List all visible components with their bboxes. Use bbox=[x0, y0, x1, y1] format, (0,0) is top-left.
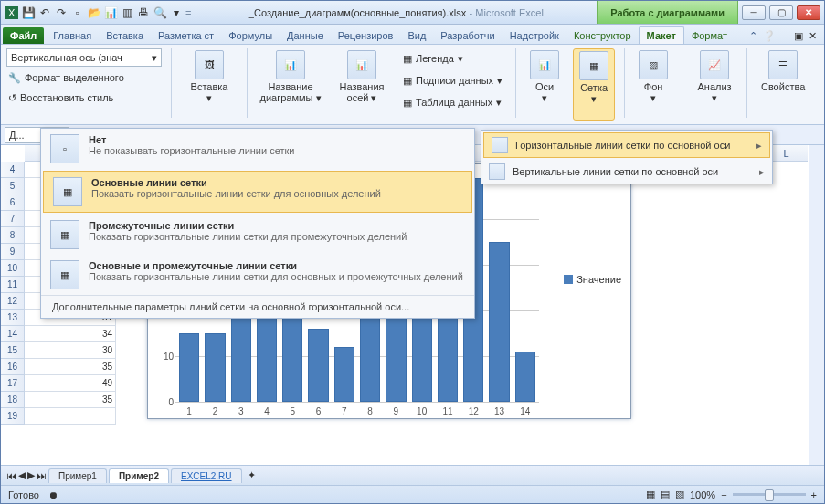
row-header[interactable]: 7 bbox=[1, 211, 24, 227]
data-labels-button[interactable]: ▦Подписи данных ▾ bbox=[399, 70, 506, 90]
sheet-nav-last[interactable]: ⏭ bbox=[37, 470, 47, 481]
axes-button[interactable]: 📊 Оси▾ bbox=[525, 48, 564, 121]
table-icon: ▦ bbox=[403, 97, 412, 109]
x-axis-labels: 1234567891011121314 bbox=[175, 406, 539, 416]
tab-layout[interactable]: Разметка ст bbox=[151, 27, 221, 44]
print-icon[interactable]: 🖶 bbox=[136, 5, 151, 20]
sheet-tab[interactable]: Пример2 bbox=[109, 468, 169, 483]
tab-insert[interactable]: Вставка bbox=[99, 27, 151, 44]
view-break-icon[interactable]: ▧ bbox=[675, 488, 684, 500]
menu-item-horizontal-gridlines[interactable]: Горизонтальные линии сетки по основной о… bbox=[483, 132, 770, 158]
row-header[interactable]: 4 bbox=[1, 162, 24, 178]
tab-formulas[interactable]: Формулы bbox=[221, 27, 280, 44]
reset-style-button[interactable]: ↺Восстановить стиль bbox=[6, 89, 162, 107]
zoom-slider[interactable] bbox=[733, 493, 806, 496]
row-header[interactable]: 18 bbox=[1, 392, 24, 408]
row-header[interactable]: 12 bbox=[1, 293, 24, 310]
chart-element-combo[interactable]: Вертикальная ось (знач▾ bbox=[6, 48, 162, 67]
cell[interactable]: 49 bbox=[25, 375, 116, 392]
undo-icon[interactable]: ↶ bbox=[37, 5, 52, 20]
cell[interactable]: 35 bbox=[25, 359, 116, 375]
cell[interactable]: 34 bbox=[25, 326, 116, 342]
open-icon[interactable]: 📂 bbox=[87, 5, 101, 20]
tab-chart-design[interactable]: Конструктор bbox=[566, 27, 639, 44]
tab-chart-layout[interactable]: Макет bbox=[639, 26, 684, 44]
new-icon[interactable]: ▫ bbox=[70, 5, 85, 20]
help-icon[interactable]: ❔ bbox=[763, 30, 776, 42]
menu-item-none[interactable]: ▫ НетНе показывать горизонтальные линии … bbox=[41, 129, 474, 169]
ribbon-minimize-icon[interactable]: ⌃ bbox=[749, 30, 757, 42]
chart-icon[interactable]: 📊 bbox=[103, 5, 118, 20]
row-header[interactable]: 15 bbox=[1, 342, 24, 359]
row-header[interactable]: 19 bbox=[1, 408, 24, 425]
tab-view[interactable]: Вид bbox=[400, 27, 433, 44]
close-button[interactable]: ✕ bbox=[797, 5, 820, 20]
row-header[interactable]: 16 bbox=[1, 359, 24, 375]
properties-button[interactable]: ☰ Свойства bbox=[756, 48, 809, 121]
gridlines-button[interactable]: ▦ Сетка▾ bbox=[573, 48, 615, 121]
chart-bar[interactable] bbox=[489, 242, 509, 402]
zoom-level[interactable]: 100% bbox=[690, 489, 715, 500]
tab-data[interactable]: Данные bbox=[280, 27, 331, 44]
minimize-button[interactable]: ─ bbox=[742, 5, 766, 20]
view-layout-icon[interactable]: ▤ bbox=[661, 488, 670, 500]
sheet-nav-next[interactable]: ▶ bbox=[27, 469, 35, 481]
menu-item-more-options[interactable]: Дополнительные параметры линий сетки на … bbox=[41, 295, 474, 318]
new-sheet-icon[interactable]: ✦ bbox=[248, 469, 256, 481]
tab-file[interactable]: Файл bbox=[3, 27, 44, 44]
row-header[interactable]: 9 bbox=[1, 244, 24, 260]
qat-dropdown-icon[interactable]: ▾ bbox=[169, 5, 184, 20]
row-header[interactable]: 6 bbox=[1, 194, 24, 211]
doc-minimize-icon[interactable]: ─ bbox=[781, 31, 788, 42]
row-header[interactable]: 10 bbox=[1, 260, 24, 277]
tab-developer[interactable]: Разработчи bbox=[433, 27, 502, 44]
vertical-scrollbar[interactable] bbox=[809, 145, 824, 465]
row-header[interactable]: 11 bbox=[1, 277, 24, 293]
doc-close-icon[interactable]: ✕ bbox=[809, 30, 817, 42]
tab-addins[interactable]: Надстройк bbox=[502, 27, 566, 44]
macro-record-icon[interactable]: ⏺ bbox=[48, 489, 58, 500]
sheet-tab[interactable]: EXCEL2.RU bbox=[171, 468, 242, 483]
menu-item-major-minor[interactable]: ▦ Основные и промежуточные линии сеткиПо… bbox=[41, 255, 474, 295]
row-header[interactable]: 5 bbox=[1, 178, 24, 194]
cell[interactable]: 30 bbox=[25, 342, 116, 359]
bar-icon[interactable]: ▥ bbox=[120, 5, 134, 20]
chart-bar[interactable] bbox=[308, 329, 328, 402]
axis-titles-button[interactable]: 📊 Названия осей ▾ bbox=[333, 48, 390, 121]
cell[interactable]: 35 bbox=[25, 392, 116, 408]
row-header[interactable]: 14 bbox=[1, 326, 24, 342]
tab-chart-format[interactable]: Формат bbox=[684, 27, 735, 44]
sheet-tab[interactable]: Пример1 bbox=[48, 468, 107, 483]
maximize-button[interactable]: ▢ bbox=[769, 5, 793, 20]
zoom-in-button[interactable]: + bbox=[811, 489, 817, 500]
insert-button[interactable]: 🖼 Вставка▾ bbox=[181, 48, 238, 121]
sheet-nav-first[interactable]: ⏮ bbox=[6, 470, 16, 481]
cell[interactable] bbox=[25, 408, 116, 425]
row-header[interactable]: 13 bbox=[1, 310, 24, 326]
legend-button[interactable]: ▦Легенда ▾ bbox=[399, 48, 506, 68]
menu-item-major[interactable]: ▦ Основные линии сеткиПоказать горизонта… bbox=[43, 171, 472, 213]
analysis-button[interactable]: 📈 Анализ▾ bbox=[692, 48, 737, 121]
doc-restore-icon[interactable]: ▣ bbox=[794, 30, 803, 42]
menu-item-vertical-gridlines[interactable]: Вертикальные линии сетки по основной оси… bbox=[481, 160, 772, 184]
row-header[interactable]: 17 bbox=[1, 375, 24, 392]
sheet-nav-prev[interactable]: ◀ bbox=[18, 469, 26, 481]
chart-bar[interactable] bbox=[205, 333, 225, 402]
zoom-out-button[interactable]: − bbox=[721, 489, 726, 500]
menu-item-minor[interactable]: ▦ Промежуточные линии сеткиПоказать гори… bbox=[41, 215, 474, 255]
background-button[interactable]: ▨ Фон▾ bbox=[634, 48, 672, 121]
chart-bar[interactable] bbox=[179, 333, 199, 402]
preview-icon[interactable]: 🔍 bbox=[153, 5, 167, 20]
tab-review[interactable]: Рецензиров bbox=[331, 27, 401, 44]
chart-title-button[interactable]: 📊 Название диаграммы ▾ bbox=[257, 48, 324, 121]
format-selection-button[interactable]: 🔧Формат выделенного bbox=[6, 68, 162, 87]
chart-legend[interactable]: Значение bbox=[564, 274, 621, 285]
chart-bar[interactable] bbox=[334, 347, 354, 402]
redo-icon[interactable]: ↷ bbox=[54, 5, 69, 20]
save-icon[interactable]: 💾 bbox=[21, 5, 36, 20]
row-header[interactable]: 8 bbox=[1, 227, 24, 244]
chart-bar[interactable] bbox=[515, 352, 535, 402]
view-normal-icon[interactable]: ▦ bbox=[646, 488, 655, 500]
data-table-button[interactable]: ▦Таблица данных ▾ bbox=[399, 92, 506, 112]
tab-home[interactable]: Главная bbox=[46, 27, 99, 44]
